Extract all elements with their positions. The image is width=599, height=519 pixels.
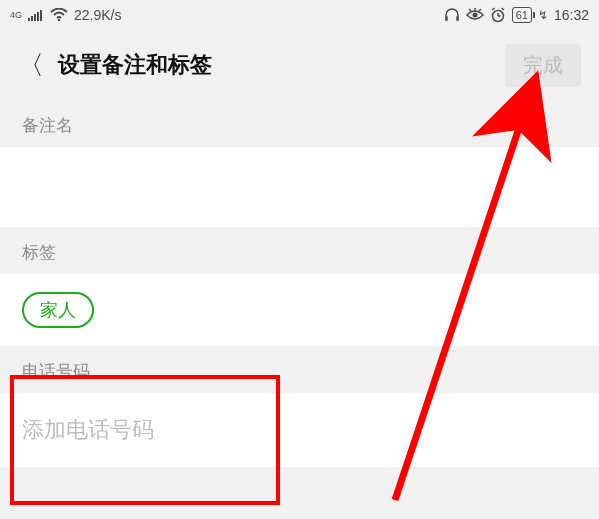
svg-rect-3 bbox=[37, 12, 39, 21]
svg-rect-7 bbox=[456, 16, 459, 21]
status-right: 61 ↯ 16:32 bbox=[444, 7, 589, 23]
remark-input[interactable] bbox=[0, 147, 599, 227]
status-left: 4G 22.9K/s bbox=[10, 7, 122, 23]
tags-label: 标签 bbox=[0, 227, 599, 274]
headphone-icon bbox=[444, 7, 460, 23]
battery-level: 61 bbox=[516, 9, 528, 21]
svg-line-11 bbox=[479, 9, 481, 11]
network-speed: 22.9K/s bbox=[74, 7, 121, 23]
nav-header: 〈 设置备注和标签 完成 bbox=[0, 30, 599, 100]
phone-input[interactable]: 添加电话号码 bbox=[0, 393, 599, 467]
eye-comfort-icon bbox=[466, 8, 484, 22]
svg-rect-1 bbox=[31, 16, 33, 21]
signal-icon bbox=[28, 9, 44, 21]
done-button[interactable]: 完成 bbox=[505, 44, 581, 87]
tag-chip-family[interactable]: 家人 bbox=[22, 292, 94, 328]
network-type: 4G bbox=[10, 11, 22, 20]
page-title: 设置备注和标签 bbox=[58, 50, 491, 80]
wifi-icon bbox=[50, 8, 68, 22]
battery-icon: 61 bbox=[512, 7, 532, 23]
svg-rect-4 bbox=[40, 10, 42, 21]
svg-point-5 bbox=[58, 19, 60, 21]
remark-label: 备注名 bbox=[0, 100, 599, 147]
svg-point-8 bbox=[472, 13, 477, 18]
svg-rect-2 bbox=[34, 14, 36, 21]
svg-rect-0 bbox=[28, 18, 30, 21]
svg-line-16 bbox=[501, 8, 504, 10]
charging-icon: ↯ bbox=[538, 8, 548, 22]
svg-line-10 bbox=[469, 9, 471, 11]
clock-time: 16:32 bbox=[554, 7, 589, 23]
tags-row[interactable]: 家人 bbox=[0, 274, 599, 346]
status-bar: 4G 22.9K/s 61 ↯ 16:32 bbox=[0, 0, 599, 30]
back-icon[interactable]: 〈 bbox=[18, 48, 44, 83]
svg-rect-6 bbox=[445, 16, 448, 21]
phone-label: 电话号码 bbox=[0, 346, 599, 393]
svg-line-15 bbox=[492, 8, 495, 10]
alarm-icon bbox=[490, 7, 506, 23]
